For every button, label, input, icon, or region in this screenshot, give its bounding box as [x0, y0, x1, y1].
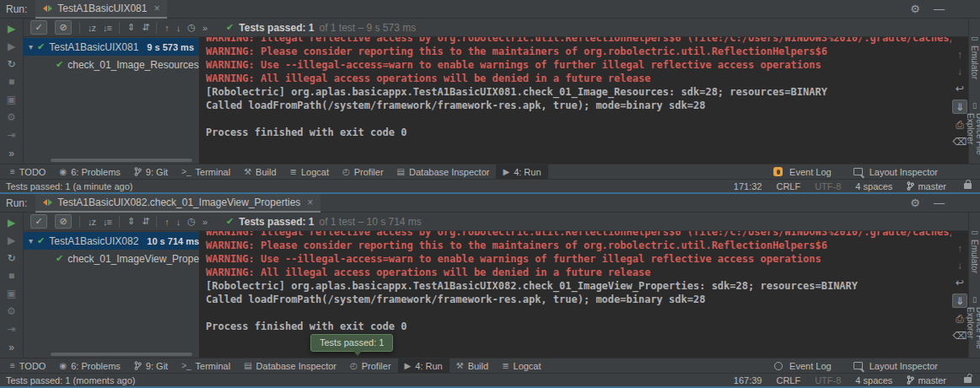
run-config-icon: [43, 5, 52, 12]
next-occurrence-icon[interactable]: ↓: [176, 217, 180, 227]
line-separator[interactable]: CRLF: [776, 375, 800, 385]
gear-icon[interactable]: ⚙: [910, 3, 920, 15]
scroll-up-icon[interactable]: ↑: [957, 243, 962, 255]
toolbar-git[interactable]: 9: Git: [127, 164, 175, 179]
tree-horizontal-scrollbar[interactable]: [51, 159, 192, 162]
caret-position[interactable]: 167:39: [734, 375, 762, 385]
emulator-stripe-button[interactable]: ▭ Emulator: [970, 34, 979, 79]
stop-icon[interactable]: ■: [8, 76, 14, 88]
soft-wrap-icon[interactable]: ↩: [956, 277, 964, 288]
sort-by-duration-icon[interactable]: ↓≡: [103, 217, 111, 227]
toolbar-database-inspector[interactable]: ▤Database Inspector: [237, 358, 343, 373]
toolbar-terminal[interactable]: >_Terminal: [175, 358, 237, 373]
show-ignored-icon[interactable]: ⊘: [55, 214, 72, 229]
rerun-icon[interactable]: ▶: [8, 23, 15, 35]
tree-row-test[interactable]: ✔ check_01_Image_Resources 9 s 573 ms: [24, 56, 199, 73]
scroll-down-icon[interactable]: ↓: [957, 66, 962, 78]
print-icon[interactable]: ⎙: [956, 313, 964, 325]
check-icon: ✔: [226, 216, 234, 227]
sort-by-duration-icon[interactable]: ↓≡: [103, 23, 111, 33]
import-into-editor-icon[interactable]: ⇥: [7, 129, 15, 141]
run-tab[interactable]: TestA1BasicUIX081 ×: [35, 0, 167, 19]
run-tab[interactable]: TestA1BasicUIX082.check_01_ImageView_Pro…: [35, 194, 320, 213]
layout-inspector-button[interactable]: Layout Inspector: [866, 361, 941, 371]
chevron-down-icon[interactable]: ▾: [29, 236, 33, 245]
show-passed-icon[interactable]: ✓: [30, 214, 47, 229]
device-file-explorer-stripe-button[interactable]: ▯ Device File Explorer: [966, 101, 980, 164]
auto-refresh-icon[interactable]: ↻: [7, 252, 15, 264]
rerun-failed-icon[interactable]: ▶: [8, 40, 15, 52]
rerun-failed-icon[interactable]: ▶: [8, 234, 15, 246]
minimize-icon[interactable]: —: [934, 197, 945, 209]
git-branch-widget[interactable]: master: [907, 375, 946, 385]
tool-icon[interactable]: ⚙: [7, 111, 16, 123]
test-history-icon[interactable]: ◷: [187, 216, 195, 227]
toolbar-run[interactable]: ▶4: Run: [496, 164, 547, 179]
next-occurrence-icon[interactable]: ↓: [176, 23, 180, 33]
line-separator[interactable]: CRLF: [776, 181, 800, 191]
event-log-button[interactable]: Event Log: [786, 167, 835, 177]
git-branch-widget[interactable]: master: [907, 181, 946, 191]
show-ignored-icon[interactable]: ⊘: [55, 20, 72, 35]
toolbar-profiler[interactable]: ◴Profiler: [336, 164, 390, 179]
toolbar-run[interactable]: ▶4: Run: [398, 358, 450, 373]
toolbar-logcat[interactable]: ≣Logcat: [495, 358, 547, 373]
lock-icon[interactable]: [964, 183, 972, 189]
collapse-all-icon[interactable]: ⇵: [142, 22, 148, 33]
tree-row-root[interactable]: ▾ ✔ TestA1BasicUIX082 (org.aplas.basica …: [24, 232, 199, 250]
tool-icon[interactable]: ⚙: [7, 305, 16, 317]
toolbar-problems[interactable]: ◉6: Problems: [52, 164, 127, 179]
indent-setting[interactable]: 4 spaces: [855, 375, 892, 385]
rerun-icon[interactable]: ▶: [8, 217, 15, 229]
expand-all-icon[interactable]: ⇕: [127, 22, 134, 33]
device-file-explorer-stripe-button[interactable]: ▯ Device File Explorer: [966, 295, 980, 358]
import-into-editor-icon[interactable]: ⇥: [7, 323, 15, 335]
toolbar-database-inspector[interactable]: ▤Database Inspector: [390, 164, 497, 179]
auto-refresh-icon[interactable]: ↻: [7, 58, 15, 70]
previous-occurrence-icon[interactable]: ↑: [164, 23, 169, 33]
toolbar-todo[interactable]: ≡TODO: [3, 358, 52, 373]
more-icon[interactable]: »: [8, 148, 14, 159]
tree-horizontal-scrollbar[interactable]: [51, 353, 192, 356]
sort-alphabetically-icon[interactable]: ↓z: [88, 217, 95, 227]
gear-icon[interactable]: ⚙: [910, 197, 920, 209]
toolbar-terminal[interactable]: >_Terminal: [175, 164, 237, 179]
test-history-icon[interactable]: ◷: [187, 22, 195, 33]
show-passed-icon[interactable]: ✓: [30, 20, 47, 35]
close-icon[interactable]: ×: [153, 3, 159, 14]
file-encoding[interactable]: UTF-8: [815, 181, 841, 191]
toolbar-more-icon[interactable]: »: [202, 217, 207, 227]
scroll-down-icon[interactable]: ↓: [957, 260, 962, 272]
caret-position[interactable]: 171:32: [734, 181, 762, 191]
event-log-button[interactable]: Event Log: [786, 361, 835, 371]
unlock-icon[interactable]: [964, 377, 972, 383]
layout-inspector-button[interactable]: Layout Inspector: [866, 167, 941, 177]
scroll-up-icon[interactable]: ↑: [957, 49, 962, 61]
close-icon[interactable]: ×: [307, 197, 313, 208]
toolbar-profiler[interactable]: ◴Profiler: [343, 358, 398, 373]
toolbar-problems[interactable]: ◉6: Problems: [52, 358, 127, 373]
tree-row-root[interactable]: ▾ ✔ TestA1BasicUIX081 (org.aplas.basica …: [24, 38, 199, 56]
toolbar-todo[interactable]: ≡TODO: [3, 164, 52, 179]
emulator-stripe-button[interactable]: ▭ Emulator: [970, 228, 979, 273]
soft-wrap-icon[interactable]: ↩: [956, 83, 964, 94]
expand-all-icon[interactable]: ⇕: [127, 216, 134, 227]
collapse-all-icon[interactable]: ⇵: [142, 216, 148, 227]
print-icon[interactable]: ⎙: [956, 119, 964, 131]
camera-icon[interactable]: ▣: [7, 288, 16, 299]
file-encoding[interactable]: UTF-8: [815, 375, 841, 385]
toolbar-git[interactable]: 9: Git: [127, 358, 175, 373]
toolbar-build[interactable]: ⚒Build: [237, 164, 283, 179]
minimize-icon[interactable]: —: [934, 3, 945, 15]
chevron-down-icon[interactable]: ▾: [29, 42, 33, 51]
stop-icon[interactable]: ■: [8, 270, 14, 282]
toolbar-build[interactable]: ⚒Build: [450, 358, 495, 373]
previous-occurrence-icon[interactable]: ↑: [164, 217, 169, 227]
camera-icon[interactable]: ▣: [7, 94, 16, 105]
tree-row-test[interactable]: ✔ check_01_ImageView_Properties 10 s 714…: [24, 250, 199, 267]
more-icon[interactable]: »: [8, 342, 14, 353]
toolbar-more-icon[interactable]: »: [202, 23, 207, 33]
indent-setting[interactable]: 4 spaces: [855, 181, 892, 191]
toolbar-logcat[interactable]: ≣Logcat: [283, 164, 336, 179]
sort-alphabetically-icon[interactable]: ↓z: [88, 23, 95, 33]
